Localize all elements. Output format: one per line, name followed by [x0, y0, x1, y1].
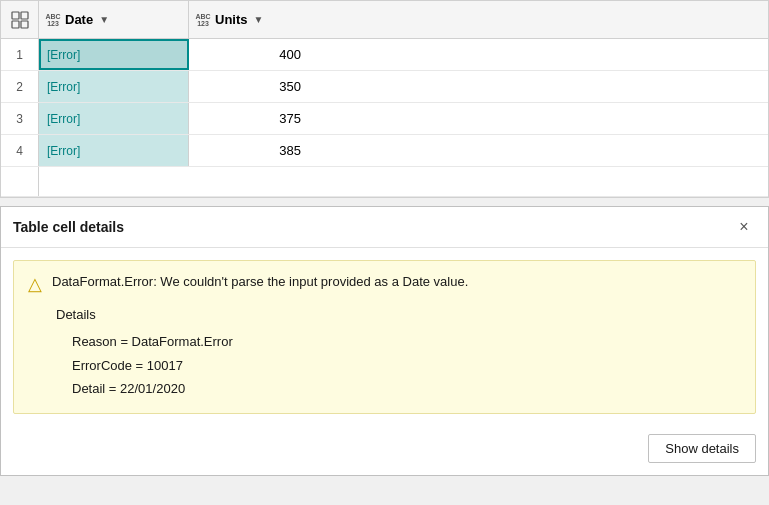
error-value-2: [Error] — [47, 80, 80, 94]
row-index-1: 1 — [1, 39, 39, 70]
error-detail-line-0: Reason = DataFormat.Error — [72, 330, 741, 353]
details-panel-title: Table cell details — [13, 219, 124, 235]
cell-date-2[interactable]: [Error] — [39, 71, 189, 102]
error-details-label: Details — [56, 303, 741, 326]
table-row: 2 [Error] 350 — [1, 71, 768, 103]
empty-row — [1, 167, 768, 197]
cell-date-1[interactable]: [Error] — [39, 39, 189, 70]
row-index-2: 2 — [1, 71, 39, 102]
data-table: ABC 123 Date ▼ ABC 123 Units ▼ 1 [Error]… — [0, 0, 769, 198]
table-row: 4 [Error] 385 — [1, 135, 768, 167]
date-column-label: Date — [65, 12, 93, 27]
grid-icon — [11, 11, 29, 29]
cell-date-4[interactable]: [Error] — [39, 135, 189, 166]
grid-icon-box — [1, 1, 39, 38]
show-details-button[interactable]: Show details — [648, 434, 756, 463]
column-header-units: ABC 123 Units ▼ — [189, 1, 309, 38]
warning-icon: △ — [28, 273, 42, 295]
date-type-icon: ABC 123 — [45, 13, 61, 27]
svg-rect-3 — [21, 21, 28, 28]
error-value-4: [Error] — [47, 144, 80, 158]
details-panel: Table cell details × △ DataFormat.Error:… — [0, 206, 769, 476]
units-type-icon: ABC 123 — [195, 13, 211, 27]
error-details-block: Details Reason = DataFormat.Error ErrorC… — [56, 303, 741, 401]
date-dropdown-arrow[interactable]: ▼ — [99, 14, 109, 25]
svg-rect-0 — [12, 12, 19, 19]
units-dropdown-arrow[interactable]: ▼ — [254, 14, 264, 25]
cell-units-2: 350 — [189, 71, 309, 102]
show-details-row: Show details — [1, 426, 768, 475]
error-box: △ DataFormat.Error: We couldn't parse th… — [13, 260, 756, 414]
error-value-1: [Error] — [47, 48, 80, 62]
row-index-4: 4 — [1, 135, 39, 166]
cell-units-3: 375 — [189, 103, 309, 134]
table-row: 3 [Error] 375 — [1, 103, 768, 135]
units-column-label: Units — [215, 12, 248, 27]
table-row: 1 [Error] 400 — [1, 39, 768, 71]
details-panel-header: Table cell details × — [1, 207, 768, 248]
error-main-message: DataFormat.Error: We couldn't parse the … — [52, 273, 468, 291]
cell-date-3[interactable]: [Error] — [39, 103, 189, 134]
cell-units-1: 400 — [189, 39, 309, 70]
error-value-3: [Error] — [47, 112, 80, 126]
cell-units-4: 385 — [189, 135, 309, 166]
close-button[interactable]: × — [732, 215, 756, 239]
column-header-date: ABC 123 Date ▼ — [39, 1, 189, 38]
error-detail-line-2: Detail = 22/01/2020 — [72, 377, 741, 400]
empty-index — [1, 167, 39, 196]
error-detail-line-1: ErrorCode = 10017 — [72, 354, 741, 377]
row-index-3: 3 — [1, 103, 39, 134]
svg-rect-2 — [12, 21, 19, 28]
table-header: ABC 123 Date ▼ ABC 123 Units ▼ — [1, 1, 768, 39]
svg-rect-1 — [21, 12, 28, 19]
error-header-row: △ DataFormat.Error: We couldn't parse th… — [28, 273, 741, 295]
